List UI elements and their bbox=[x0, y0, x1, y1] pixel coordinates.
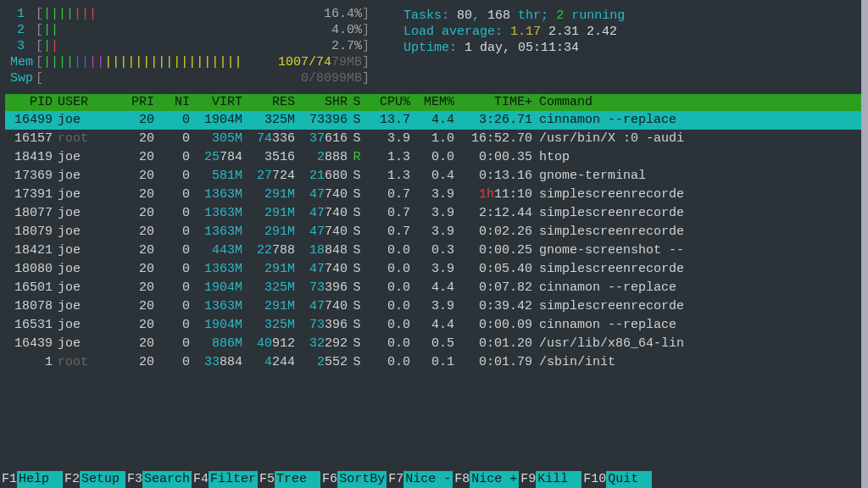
cell-mem: 4.4 bbox=[410, 279, 454, 297]
fkey-label-F5[interactable]: Tree bbox=[275, 471, 320, 488]
process-row[interactable]: 18079 joe 20 0 1363M 291M 47740 S 0.7 3.… bbox=[5, 223, 863, 241]
fkey-label-F2[interactable]: Setup bbox=[80, 471, 125, 488]
cell-ni: 0 bbox=[154, 241, 190, 260]
cell-user: joe bbox=[53, 241, 103, 260]
cell-command: /sbin/init bbox=[532, 353, 863, 372]
cell-ni: 0 bbox=[154, 186, 190, 204]
cell-mem: 0.4 bbox=[410, 167, 454, 186]
col-time[interactable]: TIME+ bbox=[454, 94, 532, 111]
cell-cpu: 0.7 bbox=[366, 223, 410, 241]
scrollbar[interactable] bbox=[861, 0, 868, 488]
cell-user: joe bbox=[53, 167, 103, 186]
cell-user: joe bbox=[53, 316, 103, 335]
cpu-meters: 1 [||||||| 16.4%]2 [|| 4.0%]3 [|| 2.7%]M… bbox=[5, 7, 370, 87]
cell-command: htop bbox=[532, 148, 863, 167]
cell-ni: 0 bbox=[154, 223, 190, 241]
cell-mem: 4.4 bbox=[410, 316, 454, 335]
cell-time: 16:52.70 bbox=[454, 130, 532, 148]
process-row[interactable]: 18419 joe 20 0 25784 3516 2888 R 1.3 0.0… bbox=[5, 148, 863, 167]
fkey-label-F4[interactable]: Filter bbox=[209, 471, 258, 488]
cell-state: S bbox=[348, 353, 366, 372]
cell-mem: 4.4 bbox=[410, 111, 454, 130]
cell-command: gnome-terminal bbox=[532, 167, 863, 186]
cell-mem: 0.5 bbox=[410, 335, 454, 353]
cell-ni: 0 bbox=[154, 353, 190, 372]
process-row[interactable]: 16531 joe 20 0 1904M 325M 73396 S 0.0 4.… bbox=[5, 316, 863, 335]
process-row[interactable]: 18421 joe 20 0 443M 22788 18848 S 0.0 0.… bbox=[5, 241, 863, 260]
cell-shr: 2888 bbox=[295, 148, 348, 167]
cell-ni: 0 bbox=[154, 316, 190, 335]
cell-virt: 25784 bbox=[190, 148, 242, 167]
cell-virt: 1904M bbox=[190, 316, 242, 335]
cell-ni: 0 bbox=[154, 204, 190, 223]
cell-pid: 18421 bbox=[5, 241, 53, 260]
fkey-label-F9[interactable]: Kill bbox=[536, 471, 581, 488]
process-row[interactable]: 16501 joe 20 0 1904M 325M 73396 S 0.0 4.… bbox=[5, 279, 863, 297]
cell-time: 0:39.42 bbox=[454, 297, 532, 316]
cell-shr: 47740 bbox=[295, 186, 348, 204]
fkey-label-F8[interactable]: Nice + bbox=[470, 471, 519, 488]
process-row[interactable]: 17369 joe 20 0 581M 27724 21680 S 1.3 0.… bbox=[5, 167, 863, 186]
cell-state: S bbox=[348, 241, 366, 260]
cell-cpu: 1.3 bbox=[366, 148, 410, 167]
fkey-label-F1[interactable]: Help bbox=[17, 471, 63, 488]
uptime-line: Uptime: 1 day, 05:11:34 bbox=[403, 41, 863, 57]
cell-user: joe bbox=[53, 223, 103, 241]
col-virt[interactable]: VIRT bbox=[190, 94, 242, 111]
cell-command: simplescreenrecorde bbox=[532, 297, 863, 316]
cell-state: S bbox=[348, 260, 366, 279]
cell-mem: 0.1 bbox=[410, 353, 454, 372]
col-shr[interactable]: SHR bbox=[295, 94, 348, 111]
cell-res: 325M bbox=[242, 316, 295, 335]
cell-command: cinnamon --replace bbox=[532, 316, 863, 335]
col-cmd[interactable]: Command bbox=[532, 94, 863, 111]
process-row[interactable]: 17391 joe 20 0 1363M 291M 47740 S 0.7 3.… bbox=[5, 186, 863, 204]
cell-mem: 0.3 bbox=[410, 241, 454, 260]
function-key-bar[interactable]: F1Help F2Setup F3SearchF4FilterF5Tree F6… bbox=[0, 471, 868, 488]
cell-pri: 20 bbox=[103, 223, 154, 241]
cell-pid: 16501 bbox=[5, 279, 53, 297]
cell-mem: 3.9 bbox=[410, 223, 454, 241]
tasks-line: Tasks: 80, 168 thr; 2 running bbox=[403, 8, 863, 25]
col-s[interactable]: S bbox=[348, 94, 366, 111]
col-pri[interactable]: PRI bbox=[103, 94, 154, 111]
fkey-label-F6[interactable]: SortBy bbox=[337, 471, 387, 488]
process-row[interactable]: 18080 joe 20 0 1363M 291M 47740 S 0.0 3.… bbox=[5, 260, 863, 279]
cell-pri: 20 bbox=[103, 316, 154, 335]
cell-time: 0:01.79 bbox=[454, 353, 532, 372]
col-user[interactable]: USER bbox=[53, 94, 103, 111]
col-res[interactable]: RES bbox=[242, 94, 295, 111]
cell-res: 291M bbox=[242, 186, 295, 204]
cell-virt: 1363M bbox=[190, 260, 242, 279]
cell-time: 0:00.25 bbox=[454, 241, 532, 260]
cell-user: joe bbox=[53, 111, 103, 130]
cell-res: 291M bbox=[242, 223, 295, 241]
process-row[interactable]: 18078 joe 20 0 1363M 291M 47740 S 0.0 3.… bbox=[5, 297, 863, 316]
col-cpu[interactable]: CPU% bbox=[366, 94, 410, 111]
fkey-label-F10[interactable]: Quit bbox=[606, 471, 652, 488]
fkey-label-F3[interactable]: Search bbox=[142, 471, 192, 488]
fkey-F4: F4 bbox=[192, 471, 209, 488]
cell-pid: 17391 bbox=[5, 186, 53, 204]
fkey-F6: F6 bbox=[320, 471, 337, 488]
cell-res: 291M bbox=[242, 297, 295, 316]
cell-ni: 0 bbox=[154, 130, 190, 148]
process-table-header[interactable]: PID USER PRI NI VIRT RES SHR S CPU% MEM%… bbox=[5, 94, 863, 111]
cell-pid: 1 bbox=[5, 353, 53, 372]
col-mem[interactable]: MEM% bbox=[410, 94, 454, 111]
process-row[interactable]: 16439 joe 20 0 886M 40912 32292 S 0.0 0.… bbox=[5, 335, 863, 353]
cpu-meter-3: 3 [|| 2.7%] bbox=[5, 39, 370, 55]
process-row[interactable]: 16499 joe 20 0 1904M 325M 73396 S 13.7 4… bbox=[5, 111, 863, 130]
process-row[interactable]: 16157 root 20 0 305M 74336 37616 S 3.9 1… bbox=[5, 130, 863, 148]
cell-ni: 0 bbox=[154, 260, 190, 279]
cell-pid: 16499 bbox=[5, 111, 53, 130]
process-row[interactable]: 18077 joe 20 0 1363M 291M 47740 S 0.7 3.… bbox=[5, 204, 863, 223]
process-row[interactable]: 1 root 20 0 33884 4244 2552 S 0.0 0.1 0:… bbox=[5, 353, 863, 372]
fkey-label-F7[interactable]: Nice - bbox=[403, 471, 453, 488]
col-ni[interactable]: NI bbox=[154, 94, 190, 111]
cell-ni: 0 bbox=[154, 148, 190, 167]
cell-res: 74336 bbox=[242, 130, 295, 148]
col-pid[interactable]: PID bbox=[5, 94, 53, 111]
process-list[interactable]: 16499 joe 20 0 1904M 325M 73396 S 13.7 4… bbox=[5, 111, 863, 372]
cell-virt: 443M bbox=[190, 241, 242, 260]
